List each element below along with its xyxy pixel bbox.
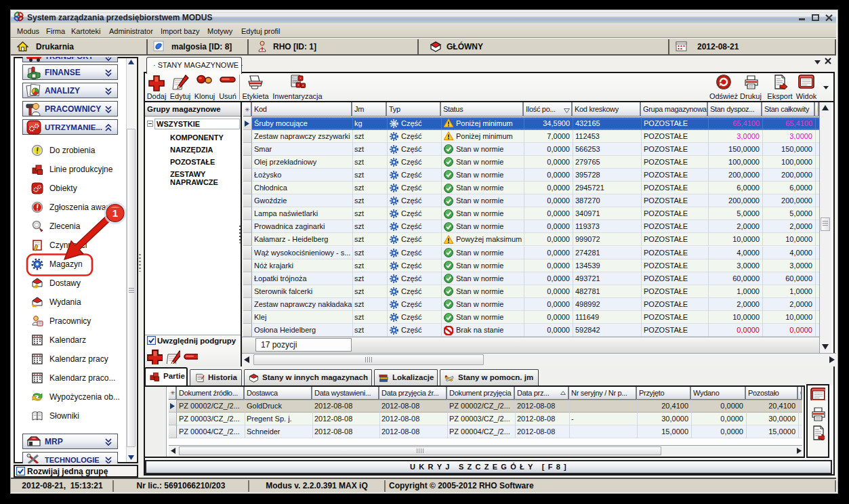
- svg-text:1: 1: [112, 207, 118, 219]
